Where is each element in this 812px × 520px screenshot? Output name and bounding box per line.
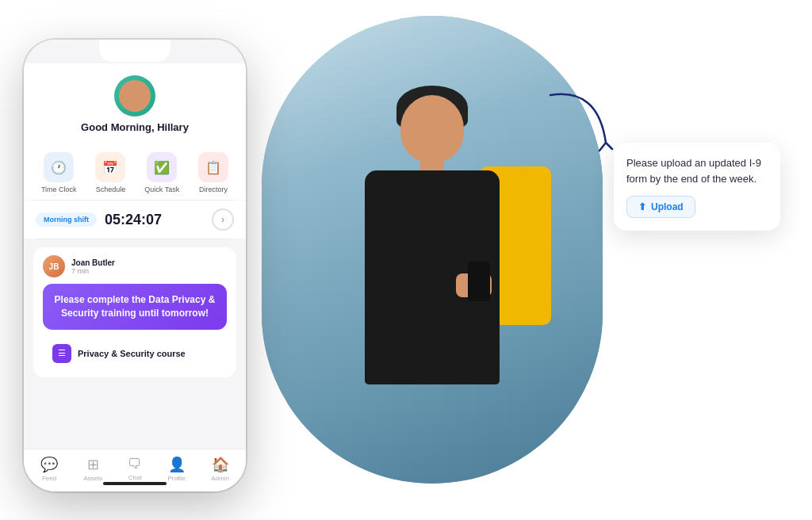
shift-arrow-button[interactable]: ›: [212, 208, 234, 231]
arrow-decoration: [534, 79, 630, 178]
nav-profile-icon: 👤: [168, 456, 186, 473]
phone-screen: Good Morning, Hillary 🕐 Time Clock 📅 Sch…: [24, 40, 246, 491]
sender-info: Joan Butler 7 min: [71, 258, 115, 275]
person-figure: [321, 71, 543, 484]
action-directory[interactable]: 📋 Directory: [198, 152, 228, 193]
person-held-phone: [468, 262, 490, 301]
shift-timer: 05:24:07: [105, 212, 204, 228]
notification-text: Please upload an updated I-9 form by the…: [626, 155, 768, 186]
feed-card: JB Joan Butler 7 min Please complete the…: [33, 247, 236, 377]
nav-admin-label: Admin: [211, 475, 229, 482]
course-icon: ☰: [52, 344, 71, 363]
action-quick-task[interactable]: ✅ Quick Task: [144, 152, 179, 193]
directory-icon: 📋: [198, 152, 228, 182]
feed-section: JB Joan Butler 7 min Please complete the…: [24, 239, 246, 449]
nav-assets-icon: ⊞: [87, 456, 99, 473]
home-indicator: [103, 482, 167, 485]
quick-actions: 🕐 Time Clock 📅 Schedule ✅ Quick Task 📋 D…: [24, 143, 246, 200]
quick-task-icon: ✅: [147, 152, 177, 182]
action-time-clock[interactable]: 🕐 Time Clock: [41, 152, 77, 193]
time-clock-icon: 🕐: [44, 152, 74, 182]
nav-chat-icon: 🗨: [128, 456, 142, 472]
schedule-icon: 📅: [95, 152, 125, 182]
nav-profile-label: Profile: [167, 475, 186, 482]
upload-button[interactable]: ⬆ Upload: [626, 196, 695, 218]
nav-feed[interactable]: 💬 Feed: [40, 456, 58, 482]
time-clock-label: Time Clock: [41, 185, 77, 193]
nav-profile[interactable]: 👤 Profile: [167, 456, 186, 482]
nav-chat-label: Chat: [128, 474, 142, 481]
directory-label: Directory: [199, 185, 228, 193]
sender-avatar: JB: [43, 255, 65, 277]
message-bubble: Please complete the Data Privacy & Secur…: [43, 284, 227, 330]
nav-feed-icon: 💬: [40, 456, 58, 473]
feed-card-header: JB Joan Butler 7 min: [43, 255, 227, 277]
nav-assets[interactable]: ⊞ Assets: [83, 456, 102, 482]
morning-badge: Morning shift: [36, 212, 97, 227]
upload-label: Upload: [651, 201, 684, 212]
schedule-label: Schedule: [96, 185, 126, 193]
upload-icon: ⬆: [638, 201, 646, 212]
sender-time: 7 min: [71, 267, 115, 275]
notification-card: Please upload an updated I-9 form by the…: [614, 143, 780, 231]
course-label: Privacy & Security course: [78, 349, 186, 358]
message-text: Please complete the Data Privacy & Secur…: [54, 293, 216, 320]
course-button[interactable]: ☰ Privacy & Security course: [43, 338, 227, 369]
nav-admin-icon: 🏠: [212, 456, 229, 473]
nav-admin[interactable]: 🏠 Admin: [211, 456, 229, 482]
phone-mockup: Good Morning, Hillary 🕐 Time Clock 📅 Sch…: [24, 40, 246, 491]
avatar-face: [119, 80, 151, 112]
greeting-text: Good Morning, Hillary: [81, 121, 189, 133]
nav-feed-label: Feed: [42, 475, 56, 482]
person-head: [400, 95, 464, 162]
sender-name: Joan Butler: [71, 258, 115, 267]
action-schedule[interactable]: 📅 Schedule: [95, 152, 125, 193]
phone-notch: [99, 40, 170, 62]
user-avatar: [114, 75, 155, 117]
phone-header: Good Morning, Hillary: [24, 63, 246, 143]
shift-section: Morning shift 05:24:07 ›: [24, 201, 246, 239]
nav-assets-label: Assets: [83, 475, 102, 482]
nav-chat[interactable]: 🗨 Chat: [128, 456, 142, 482]
quick-task-label: Quick Task: [144, 185, 179, 193]
